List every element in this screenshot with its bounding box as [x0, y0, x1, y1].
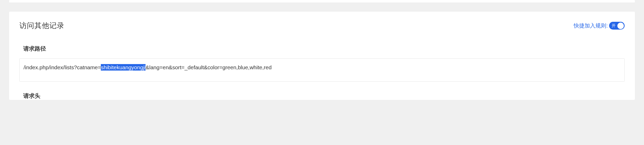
top-card-fragment: [9, 0, 635, 3]
toggle-section: 快捷加入规则: 开: [574, 22, 625, 30]
toggle-state-text: 开: [612, 23, 616, 28]
records-card: 访问其他记录 快捷加入规则: 开 请求路径 /index.php/index/l…: [9, 12, 635, 100]
quick-add-rule-label: 快捷加入规则:: [574, 22, 608, 29]
card-header: 访问其他记录 快捷加入规则: 开: [19, 21, 625, 31]
path-suffix: &lang=en&sort=_default&color=green,blue,…: [146, 64, 271, 70]
request-header-label: 请求头: [23, 92, 625, 100]
toggle-knob: [617, 23, 624, 29]
path-prefix: /index.php/index/lists?catname=: [24, 64, 101, 70]
request-path-label: 请求路径: [23, 45, 625, 53]
request-path-section: 请求路径: [23, 45, 625, 53]
card-title: 访问其他记录: [19, 21, 64, 31]
request-header-section: 请求头: [23, 92, 625, 100]
path-highlighted-segment: shibitekuangyongji: [101, 64, 146, 71]
request-path-value-box[interactable]: /index.php/index/lists?catname=shibiteku…: [19, 58, 625, 82]
quick-add-rule-toggle[interactable]: 开: [609, 22, 625, 30]
